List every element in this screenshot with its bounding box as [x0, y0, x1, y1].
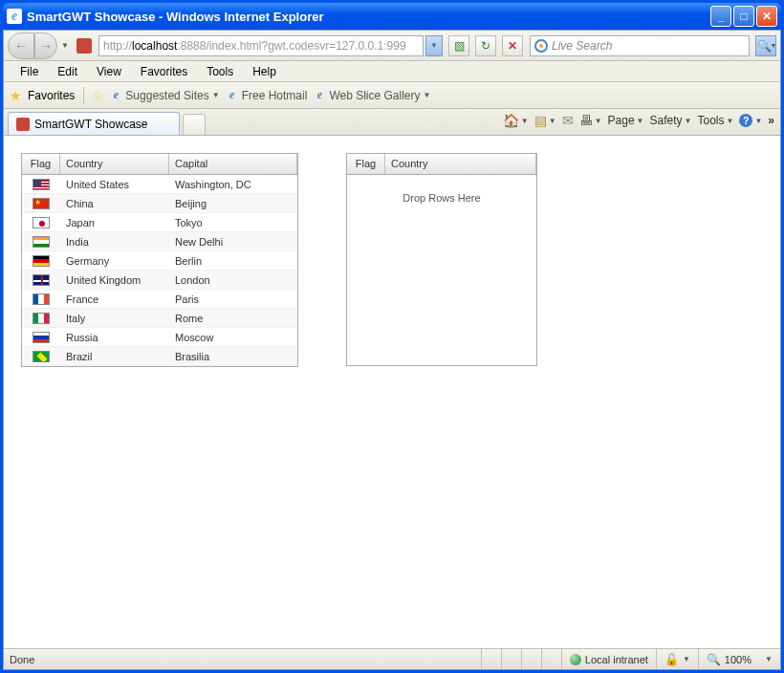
nav-buttons: ← →	[8, 33, 57, 59]
table-row[interactable]: GermanyBerlin	[22, 251, 297, 271]
command-bar: 🏠▼ ▤▼ ✉ 🖶▼ Page ▼ Safety ▼ Tools ▼ ?▼ »	[503, 113, 774, 128]
protected-mode[interactable]: 🔓▼	[656, 649, 698, 669]
table-row[interactable]: RussiaMoscow	[22, 328, 297, 347]
menu-view[interactable]: View	[88, 62, 130, 81]
address-dropdown[interactable]: ▼	[425, 35, 443, 56]
history-dropdown[interactable]: ▼	[60, 33, 70, 59]
stop-button[interactable]: ✕	[502, 35, 523, 56]
cell-country: Russia	[60, 332, 169, 343]
web-slice-link[interactable]: eWeb Slice Gallery ▼	[313, 89, 430, 102]
cell-capital: New Delhi	[169, 236, 297, 248]
back-button[interactable]: ←	[8, 33, 34, 59]
refresh-button[interactable]: ↻	[475, 35, 496, 56]
table-row[interactable]: United StatesWashington, DC	[22, 175, 297, 194]
mail-icon: ✉	[562, 113, 574, 128]
browser-chrome: ← → ▼ http://localhost:8888/index.html?g…	[3, 30, 781, 670]
table-row[interactable]: JapanTokyo	[22, 213, 297, 232]
url-protocol: http://	[103, 39, 132, 53]
home-button[interactable]: 🏠▼	[503, 113, 529, 128]
globe-icon	[570, 654, 581, 665]
source-grid[interactable]: Flag Country Capital United StatesWashin…	[21, 153, 298, 367]
col-flag[interactable]: Flag	[22, 154, 60, 174]
free-hotmail-link[interactable]: eFree Hotmail	[226, 89, 308, 102]
cell-flag	[22, 274, 60, 286]
col-country[interactable]: Country	[60, 154, 169, 174]
titlebar[interactable]: e SmartGWT Showcase - Windows Internet E…	[3, 3, 781, 30]
status-text: Done	[4, 654, 481, 665]
grid-header: Flag Country Capital	[22, 154, 297, 175]
menu-file[interactable]: File	[11, 62, 47, 81]
help-button[interactable]: ?▼	[739, 114, 762, 127]
cell-country: Japan	[60, 217, 169, 228]
menu-help[interactable]: Help	[244, 62, 285, 81]
tab-bar: SmartGWT Showcase 🏠▼ ▤▼ ✉ 🖶▼ Page ▼ Safe…	[4, 109, 780, 136]
cell-country: Germany	[60, 255, 169, 267]
mail-button[interactable]: ✉	[562, 113, 574, 128]
table-row[interactable]: United KingdomLondon	[22, 271, 297, 290]
status-seg	[481, 649, 501, 669]
maximize-button[interactable]: □	[733, 6, 754, 27]
minimize-button[interactable]: _	[710, 6, 731, 27]
table-row[interactable]: BrazilBrasilia	[22, 347, 297, 366]
ie-logo-icon: e	[7, 9, 22, 24]
grid-body[interactable]: United StatesWashington, DCChinaBeijingJ…	[22, 175, 297, 366]
table-row[interactable]: ItalyRome	[22, 309, 297, 328]
security-zone[interactable]: Local intranet	[561, 649, 656, 669]
window-buttons: _ □ ✕	[710, 6, 777, 27]
status-seg	[521, 649, 541, 669]
menu-favorites[interactable]: Favorites	[132, 62, 196, 81]
drop-zone[interactable]: Drop Rows Here	[347, 175, 536, 366]
forward-button[interactable]: →	[34, 33, 57, 59]
print-icon: 🖶	[579, 113, 593, 128]
window-title: SmartGWT Showcase - Windows Internet Exp…	[27, 10, 710, 24]
suggested-sites-link[interactable]: eSuggested Sites ▼	[109, 89, 219, 102]
ie-icon: e	[109, 89, 122, 102]
search-button[interactable]: 🔍▾	[755, 35, 776, 56]
col-capital[interactable]: Capital	[169, 154, 297, 174]
cell-capital: Rome	[169, 313, 297, 324]
menubar: File Edit View Favorites Tools Help	[4, 61, 780, 82]
cell-country: China	[60, 198, 169, 209]
address-bar[interactable]: http://localhost:8888/index.html?gwt.cod…	[98, 35, 424, 56]
overflow-chevron[interactable]: »	[768, 114, 774, 127]
col-flag[interactable]: Flag	[347, 154, 385, 174]
feeds-button[interactable]: ▤▼	[534, 113, 556, 128]
cell-flag	[22, 332, 60, 343]
tab-active[interactable]: SmartGWT Showcase	[8, 112, 180, 135]
cell-flag	[22, 217, 60, 228]
table-row[interactable]: IndiaNew Delhi	[22, 232, 297, 251]
table-row[interactable]: FranceParis	[22, 290, 297, 309]
page-menu[interactable]: Page ▼	[608, 114, 644, 127]
favorites-bar: ★ Favorites ☆ eSuggested Sites ▼ eFree H…	[4, 82, 780, 109]
favorites-label[interactable]: Favorites	[28, 89, 75, 102]
col-country[interactable]: Country	[385, 154, 536, 174]
flag-icon	[33, 351, 50, 362]
menu-tools[interactable]: Tools	[198, 62, 242, 81]
cell-flag	[22, 351, 60, 362]
flag-icon	[33, 179, 50, 190]
safety-menu[interactable]: Safety ▼	[650, 114, 692, 127]
new-tab-button[interactable]	[183, 114, 206, 135]
browser-window: e SmartGWT Showcase - Windows Internet E…	[0, 0, 784, 673]
close-button[interactable]: ✕	[756, 6, 777, 27]
menu-edit[interactable]: Edit	[49, 62, 86, 81]
page-content: Flag Country Capital United StatesWashin…	[4, 136, 780, 648]
rss-icon: ▤	[534, 113, 547, 128]
status-seg	[501, 649, 521, 669]
search-box[interactable]: Live Search	[530, 35, 750, 56]
table-row[interactable]: ChinaBeijing	[22, 194, 297, 213]
cell-country: United Kingdom	[60, 274, 169, 286]
tools-menu[interactable]: Tools ▼	[697, 114, 733, 127]
zoom-control[interactable]: 🔍100% ▼	[698, 649, 780, 669]
lock-icon: 🔓	[664, 653, 679, 666]
cell-flag	[22, 179, 60, 190]
compat-view-button[interactable]: ▧	[448, 35, 469, 56]
chevron-down-icon: ▼	[212, 91, 220, 99]
target-grid[interactable]: Flag Country Drop Rows Here	[346, 153, 537, 366]
help-icon: ?	[739, 114, 752, 127]
chevron-down-icon: ▼	[424, 91, 431, 99]
add-favorite-icon[interactable]: ☆	[93, 89, 103, 102]
print-button[interactable]: 🖶▼	[579, 113, 602, 128]
url-host: localhost	[132, 39, 177, 53]
cell-capital: Washington, DC	[169, 179, 297, 190]
